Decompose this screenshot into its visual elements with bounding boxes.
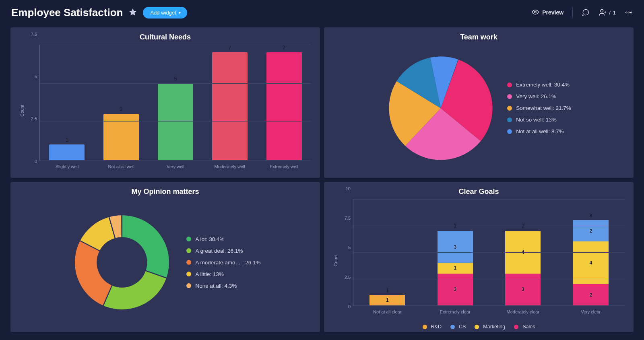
- star-icon[interactable]: [128, 8, 137, 18]
- series-name: CS: [459, 324, 466, 330]
- series-name: R&D: [431, 324, 442, 330]
- svg-point-1: [601, 10, 603, 12]
- pie-slice[interactable]: [122, 215, 169, 278]
- legend-item[interactable]: A little: 13%: [186, 271, 260, 277]
- legend-item[interactable]: Extremely well: 30.4%: [507, 82, 571, 88]
- legend-swatch: [507, 94, 512, 99]
- bar[interactable]: 7: [266, 52, 302, 160]
- donut-legend: A lot: 30.4%A great deal: 26.1%A moderat…: [186, 236, 260, 289]
- series-legend-item[interactable]: Sales: [514, 324, 535, 330]
- share-button[interactable]: / 1: [599, 8, 616, 16]
- card-clear-goals: Clear Goals Count 02.557.510 11Not at al…: [324, 182, 634, 332]
- bar-total-label: 1: [369, 288, 405, 293]
- stack-segment[interactable]: 3: [438, 274, 473, 305]
- legend-label: A great deal: 26.1%: [195, 248, 243, 254]
- y-tick: 7.5: [31, 32, 37, 37]
- series-legend-item[interactable]: R&D: [423, 324, 442, 330]
- eye-icon: [532, 8, 539, 17]
- header: Employee Satisfaction Add widget ▾ Previ…: [0, 0, 644, 25]
- legend-label: Not at all well: 8.7%: [516, 128, 564, 134]
- series-legend: R&DCSMarketingSales: [324, 324, 634, 330]
- chart-title: Team work: [333, 33, 625, 41]
- x-tick: Very clear: [543, 309, 634, 314]
- stacked-bar[interactable]: 11: [369, 295, 405, 305]
- series-name: Sales: [522, 324, 535, 330]
- bar-plot: 1Slightly well3Not at all well5Very well…: [39, 45, 311, 161]
- bar[interactable]: 1: [49, 144, 85, 160]
- legend-item[interactable]: Not so well: 13%: [507, 117, 571, 123]
- y-tick: 10: [346, 186, 351, 191]
- card-cultural-needs: Cultural Needs Count 02.557.5 1Slightly …: [10, 27, 320, 178]
- card-opinion-matters: My Opinion matters A lot: 30.4%A great d…: [10, 182, 320, 332]
- legend-swatch: [507, 106, 512, 111]
- y-axis: Count 02.557.5: [19, 45, 39, 172]
- y-tick: 0: [35, 159, 37, 164]
- svg-point-2: [626, 12, 627, 13]
- y-axis-label: Count: [333, 255, 338, 266]
- chart-title: Clear Goals: [333, 188, 625, 196]
- legend-item[interactable]: A great deal: 26.1%: [186, 248, 260, 254]
- more-button[interactable]: [625, 8, 633, 16]
- x-tick: Extremely well: [246, 164, 320, 169]
- legend-swatch: [186, 248, 191, 253]
- comments-button[interactable]: [582, 8, 590, 16]
- add-widget-label: Add widget: [150, 10, 176, 16]
- legend-swatch: [507, 117, 512, 122]
- bar-value-label: 5: [158, 76, 193, 82]
- legend-swatch: [507, 82, 512, 87]
- bar[interactable]: 3: [103, 114, 139, 160]
- stacked-bar[interactable]: 3137: [438, 231, 473, 305]
- legend-swatch: [186, 260, 191, 265]
- donut-chart: [70, 210, 174, 315]
- legend-item[interactable]: Somewhat well: 21.7%: [507, 105, 571, 111]
- y-tick: 7.5: [345, 216, 351, 220]
- stack-segment[interactable]: 3: [438, 231, 473, 263]
- chart-title: My Opinion matters: [19, 188, 311, 196]
- svg-point-3: [628, 12, 629, 13]
- page-title: Employee Satisfaction: [11, 6, 123, 19]
- legend-swatch: [507, 129, 512, 134]
- pie-slice[interactable]: [103, 271, 167, 310]
- stack-segment[interactable]: 2: [573, 220, 609, 241]
- legend-item[interactable]: Not at all well: 8.7%: [507, 128, 571, 134]
- legend-label: Very well: 26.1%: [516, 93, 556, 99]
- y-tick: 5: [348, 245, 351, 250]
- legend-label: None at all: 4.3%: [195, 283, 237, 289]
- stack-segment[interactable]: 1: [438, 263, 473, 273]
- chevron-down-icon: ▾: [179, 10, 181, 15]
- stack-segment[interactable]: 4: [573, 241, 609, 284]
- svg-point-0: [535, 11, 537, 13]
- series-legend-item[interactable]: Marketing: [475, 324, 505, 330]
- bar-total-label: 8: [573, 213, 609, 218]
- series-legend-item[interactable]: CS: [450, 324, 466, 330]
- legend-label: Not so well: 13%: [516, 117, 557, 123]
- legend-item[interactable]: A lot: 30.4%: [186, 236, 260, 242]
- series-name: Marketing: [483, 324, 505, 330]
- preview-button[interactable]: Preview: [532, 8, 564, 17]
- chart-title: Cultural Needs: [19, 33, 311, 41]
- add-widget-button[interactable]: Add widget ▾: [143, 7, 187, 19]
- y-tick: 0: [348, 304, 351, 309]
- pie-slice[interactable]: [74, 241, 112, 306]
- stacked-bar[interactable]: 2428: [573, 220, 609, 305]
- legend-item[interactable]: A moderate amo… : 26.1%: [186, 260, 260, 266]
- bar-value-label: 7: [212, 45, 248, 51]
- pie-legend: Extremely well: 30.4%Very well: 26.1%Som…: [507, 82, 571, 134]
- legend-swatch: [514, 325, 518, 329]
- legend-swatch: [186, 237, 191, 241]
- bar-value-label: 3: [103, 107, 139, 112]
- share-separator: /: [609, 10, 611, 16]
- stack-segment[interactable]: 2: [573, 284, 609, 305]
- legend-swatch: [450, 325, 455, 329]
- legend-label: A little: 13%: [195, 271, 224, 277]
- preview-label: Preview: [542, 9, 564, 16]
- stacked-bar[interactable]: 347: [505, 231, 541, 305]
- legend-swatch: [186, 283, 191, 288]
- stack-segment[interactable]: 1: [369, 295, 405, 305]
- stack-segment[interactable]: 3: [505, 274, 541, 305]
- bar[interactable]: 7: [212, 52, 248, 160]
- legend-item[interactable]: Very well: 26.1%: [507, 93, 571, 99]
- y-axis-label: Count: [20, 105, 25, 116]
- legend-label: A moderate amo… : 26.1%: [195, 260, 260, 266]
- legend-item[interactable]: None at all: 4.3%: [186, 283, 260, 289]
